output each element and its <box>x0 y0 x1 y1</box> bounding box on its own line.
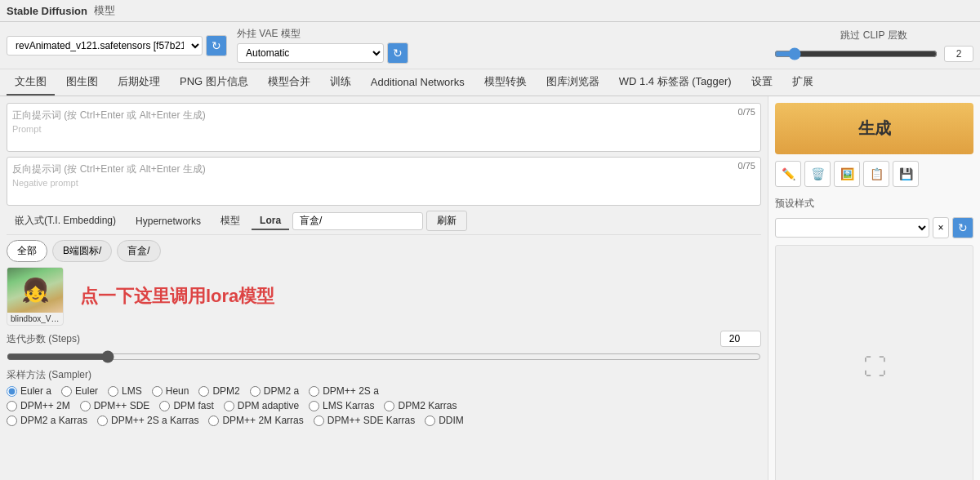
sampler-dpmppsde[interactable]: DPM++ SDE <box>80 400 150 411</box>
lora-figure <box>7 268 64 313</box>
sampler-radio-group: Euler a Euler LMS Heun DPM2 DPM2 a DPM++… <box>7 385 761 397</box>
preset-select-wrap: × ↻ <box>775 217 973 238</box>
title-model-label: 模型 <box>94 3 115 18</box>
output-placeholder-icon: ⛶ <box>863 353 886 380</box>
sampler-dpmppsdekarras[interactable]: DPM++ SDE Karras <box>314 415 415 426</box>
sampler-euler-a[interactable]: Euler a <box>7 385 51 397</box>
sampler-heun[interactable]: Heun <box>152 385 189 397</box>
right-panel: 生成 ✏️ 🗑️ 🖼️ 📋 💾 预设样式 × ↻ ⛶ <box>768 96 980 480</box>
sampler-dpmpp2mkarras[interactable]: DPM++ 2M Karras <box>208 415 303 426</box>
preset-refresh-btn[interactable]: ↻ <box>952 217 973 238</box>
tab-settings[interactable]: 设置 <box>743 69 781 96</box>
sampler-dpmpp2sakarras[interactable]: DPM++ 2S a Karras <box>97 415 198 426</box>
sampler-dpm2a[interactable]: DPM2 a <box>250 385 299 397</box>
steps-section: 迭代步数 (Steps) <box>7 331 761 363</box>
sampler-dpm2[interactable]: DPM2 <box>198 385 239 397</box>
sd-model-group: revAnimated_v121.safetensors [f57b21e57b… <box>7 35 227 56</box>
app-title: Stable Diffusion <box>7 5 87 17</box>
sd-model-select-wrap: revAnimated_v121.safetensors [f57b21e57b… <box>7 35 227 56</box>
sampler-euler[interactable]: Euler <box>61 385 98 397</box>
clip-slider-wrap: 2 <box>774 46 973 62</box>
steps-label: 迭代步数 (Steps) <box>7 332 80 346</box>
tab-train[interactable]: 训练 <box>322 69 359 96</box>
filter-blindbox-btn[interactable]: 盲盒/ <box>117 240 160 262</box>
clip-group: 跳过 CLIP 层数 2 <box>774 29 973 62</box>
filter-b-btn[interactable]: B端圆标/ <box>52 240 112 262</box>
filter-tabs: 全部 B端圆标/ 盲盒/ <box>7 240 761 262</box>
lora-call-hint: 点一下这里调用lora模型 <box>80 284 274 309</box>
tab-img2img[interactable]: 图生图 <box>58 69 106 96</box>
sampler-dpmfast[interactable]: DPM fast <box>159 400 213 411</box>
sampler-radio-group-3: DPM2 a Karras DPM++ 2S a Karras DPM++ 2M… <box>7 415 761 426</box>
generate-button[interactable]: 生成 <box>775 103 973 154</box>
lora-items: blindbox_V1... 点一下这里调用lora模型 <box>7 267 761 326</box>
tab-tagger[interactable]: WD 1.4 标签器 (Tagger) <box>611 69 740 96</box>
image-icon-btn[interactable]: 🖼️ <box>834 161 860 187</box>
tab-png-info[interactable]: PNG 图片信息 <box>172 69 256 96</box>
steps-header: 迭代步数 (Steps) <box>7 331 761 347</box>
sampler-dpm2akarras[interactable]: DPM2 a Karras <box>7 415 87 426</box>
negative-prompt-box: 0/75 反向提示词 (按 Ctrl+Enter 或 Alt+Enter 生成)… <box>7 157 761 206</box>
lora-refresh-btn[interactable]: 刷新 <box>426 211 467 231</box>
sd-model-refresh-btn[interactable]: ↻ <box>206 35 227 56</box>
tab-extensions[interactable]: 扩展 <box>784 69 822 96</box>
sub-tab-lora[interactable]: Lora <box>252 212 289 230</box>
trash-icon-btn[interactable]: 🗑️ <box>804 161 831 187</box>
sampler-lms[interactable]: LMS <box>108 385 142 397</box>
title-bar: Stable Diffusion 模型 <box>0 0 980 22</box>
preset-clear-btn[interactable]: × <box>933 217 949 238</box>
steps-slider[interactable] <box>7 350 761 363</box>
copy-icon-btn[interactable]: 📋 <box>863 161 889 187</box>
lora-card-name: blindbox_V1... <box>7 313 63 325</box>
edit-icon-btn[interactable]: ✏️ <box>775 161 801 187</box>
tab-gallery[interactable]: 图库浏览器 <box>538 69 608 96</box>
sampler-lmskarras[interactable]: LMS Karras <box>309 400 374 411</box>
tab-postprocess[interactable]: 后期处理 <box>109 69 168 96</box>
sampler-radio-group-2: DPM++ 2M DPM++ SDE DPM fast DPM adaptive… <box>7 400 761 411</box>
sub-tab-hypernetworks[interactable]: Hypernetworks <box>127 213 209 229</box>
clip-label: 跳过 CLIP 层数 <box>840 29 906 42</box>
main-area: 0/75 正向提示词 (按 Ctrl+Enter 或 Alt+Enter 生成)… <box>0 96 980 480</box>
save-icon-btn[interactable]: 💾 <box>893 161 919 187</box>
clip-value: 2 <box>944 46 973 62</box>
lora-card-blindbox[interactable]: blindbox_V1... <box>7 267 64 326</box>
tab-model-convert[interactable]: 模型转换 <box>476 69 535 96</box>
vae-refresh-btn[interactable]: ↻ <box>387 42 408 64</box>
filter-all-btn[interactable]: 全部 <box>7 240 47 262</box>
sd-model-select[interactable]: revAnimated_v121.safetensors [f57b21e57b… <box>7 36 203 56</box>
top-controls: revAnimated_v121.safetensors [f57b21e57b… <box>0 22 980 69</box>
sampler-dpmpp2m[interactable]: DPM++ 2M <box>7 400 70 411</box>
sub-tab-model[interactable]: 模型 <box>212 211 248 230</box>
vae-label: 外挂 VAE 模型 <box>237 27 408 41</box>
tab-txt2img[interactable]: 文生图 <box>7 69 55 96</box>
steps-value-input[interactable] <box>720 331 761 347</box>
main-tabs: 文生图 图生图 后期处理 PNG 图片信息 模型合并 训练 Additional… <box>0 69 980 96</box>
lora-sub-tabs: 嵌入式(T.I. Embedding) Hypernetworks 模型 Lor… <box>7 211 761 235</box>
sampler-dpmadaptive[interactable]: DPM adaptive <box>224 400 299 411</box>
tab-additional-networks[interactable]: Additional Networks <box>363 71 473 95</box>
preset-label: 预设样式 <box>775 197 973 211</box>
sub-tab-embedding[interactable]: 嵌入式(T.I. Embedding) <box>7 211 124 230</box>
lora-search-input[interactable] <box>292 212 423 230</box>
clip-slider[interactable] <box>774 47 938 60</box>
vae-model-group: 外挂 VAE 模型 Automatic ↻ <box>237 27 408 64</box>
lora-card-image <box>7 268 64 313</box>
left-panel: 0/75 正向提示词 (按 Ctrl+Enter 或 Alt+Enter 生成)… <box>0 96 768 480</box>
sampler-dpmpp2sa[interactable]: DPM++ 2S a <box>309 385 379 397</box>
vae-select-wrap: Automatic ↻ <box>237 42 408 64</box>
positive-prompt-box: 0/75 正向提示词 (按 Ctrl+Enter 或 Alt+Enter 生成)… <box>7 103 761 152</box>
sampler-section: 采样方法 (Sampler) Euler a Euler LMS Heun DP… <box>7 368 761 426</box>
tab-model-merge[interactable]: 模型合并 <box>260 69 318 96</box>
sampler-ddim[interactable]: DDIM <box>425 415 464 426</box>
icon-toolbar: ✏️ 🗑️ 🖼️ 📋 💾 <box>775 161 973 187</box>
vae-model-select[interactable]: Automatic <box>237 43 384 63</box>
sampler-dpm2karras[interactable]: DPM2 Karras <box>384 400 457 411</box>
output-area: ⛶ <box>775 245 973 480</box>
sampler-label: 采样方法 (Sampler) <box>7 368 761 382</box>
preset-select[interactable] <box>775 218 929 238</box>
